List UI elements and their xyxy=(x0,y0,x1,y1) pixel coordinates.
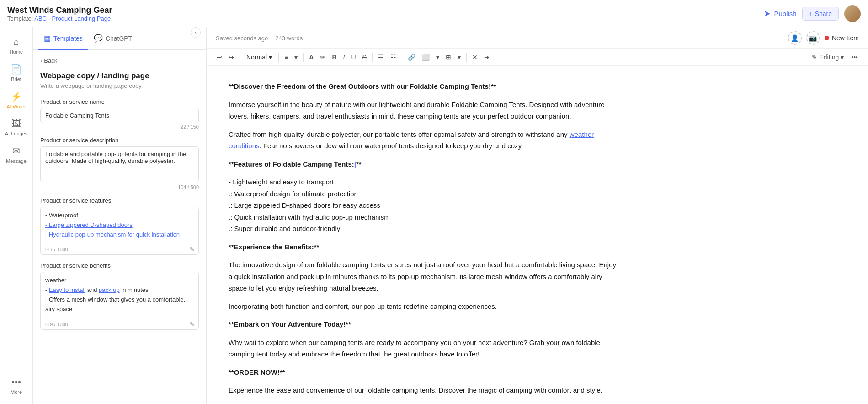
redo-button[interactable]: ↪ xyxy=(226,52,237,63)
undo-button[interactable]: ↩ xyxy=(214,52,225,63)
sidebar-item-message[interactable]: ✉ Message xyxy=(3,142,30,167)
product-benefits-content[interactable]: weather - Easy to install and pack up in… xyxy=(41,272,198,318)
text-color-button[interactable]: A xyxy=(306,52,316,63)
panel-tabs: ▦ Templates 💬 ChatGPT ‹ xyxy=(33,27,206,50)
template-info: Template: ABC - Product Landing Page xyxy=(7,15,112,22)
product-features-group: Product or service features - Waterproof… xyxy=(40,197,199,255)
ai-images-icon: 🖼 xyxy=(12,119,21,129)
share-icon: ↑ xyxy=(809,10,812,17)
table-button[interactable]: ⊞ xyxy=(443,52,454,63)
share-label: Share xyxy=(815,10,832,17)
link-button[interactable]: 🔗 xyxy=(405,52,418,63)
sidebar-item-ai-writer[interactable]: ⚡ AI Writer xyxy=(3,87,30,113)
more-options-button[interactable]: ••• xyxy=(848,52,861,63)
editing-chevron-icon: ▾ xyxy=(841,54,844,61)
style-select[interactable]: Normal ▾ xyxy=(243,52,276,63)
product-name-input[interactable] xyxy=(40,108,199,123)
topbar-actions: Publish ↑ Share xyxy=(764,5,861,22)
strikethrough-button[interactable]: S xyxy=(360,52,369,63)
editor-content: **Discover the Freedom of the Great Outd… xyxy=(229,81,622,396)
editing-mode-button[interactable]: ✎ Editing ▾ xyxy=(808,52,847,63)
divider-4 xyxy=(372,53,373,62)
sidebar-item-label: AI Images xyxy=(5,131,28,136)
clear-format-button[interactable]: ✕ xyxy=(469,52,480,63)
order-now-text: **ORDER NOW!** xyxy=(229,368,285,376)
product-description-input[interactable]: Foldable and portable pop-up tents for c… xyxy=(40,146,199,182)
bold-button[interactable]: B xyxy=(329,52,339,63)
more-icon: ••• xyxy=(11,377,21,388)
publish-icon xyxy=(764,10,771,17)
product-name-group: Product or service name 22 / 150 xyxy=(40,98,199,129)
numbered-list-button[interactable]: ☷ xyxy=(388,52,399,63)
back-button[interactable]: ‹ Back xyxy=(40,57,199,64)
panel-collapse-button[interactable]: ‹ xyxy=(191,27,201,38)
sidebar-icons: ⌂ Home 📄 Brief ⚡ AI Writer 🖼 AI Images ✉… xyxy=(0,27,33,404)
indent-button[interactable]: ⇥ xyxy=(481,52,492,63)
editor-para: **Discover the Freedom of the Great Outd… xyxy=(229,81,622,92)
product-benefits-field: weather - Easy to install and pack up in… xyxy=(40,272,199,329)
product-features-label: Product or service features xyxy=(40,197,199,204)
doc-meta-left: Saved seconds ago 243 words xyxy=(216,35,303,42)
back-label: Back xyxy=(44,57,57,64)
weather-link[interactable]: weather conditions xyxy=(229,130,594,150)
pencil-icon: ✎ xyxy=(812,54,817,61)
image-button[interactable]: ⬜ xyxy=(419,52,432,63)
align-chevron-button[interactable]: ▾ xyxy=(292,52,300,63)
svg-marker-0 xyxy=(765,11,770,16)
benefits-edit-icon[interactable]: ✎ xyxy=(189,320,195,328)
bold-text: **Discover the Freedom of the Great Outd… xyxy=(229,82,496,90)
sidebar-item-label: More xyxy=(11,389,22,395)
product-description-group: Product or service description Foldable … xyxy=(40,137,199,190)
style-label: Normal xyxy=(246,54,267,61)
editor-para: Immerse yourself in the beauty of nature… xyxy=(229,99,622,122)
sidebar-item-label: Home xyxy=(10,49,23,54)
align-button[interactable]: ≡ xyxy=(282,52,291,63)
sidebar-item-more[interactable]: ••• More xyxy=(3,373,30,399)
editor-para: **Experience the Benefits:** xyxy=(229,241,622,253)
new-item-label: New Item xyxy=(832,34,859,42)
bullet-list-button[interactable]: ☰ xyxy=(375,52,387,63)
new-item-button[interactable]: New Item xyxy=(825,34,859,42)
tab-templates[interactable]: ▦ Templates xyxy=(38,27,88,50)
share-button[interactable]: ↑ Share xyxy=(802,7,839,21)
ai-writer-icon: ⚡ xyxy=(11,91,22,102)
highlight-button[interactable]: ✏ xyxy=(317,52,328,63)
editor-para: **Embark on Your Adventure Today!** xyxy=(229,318,622,330)
template-label: Template: xyxy=(7,15,33,22)
doc-saved-status: Saved seconds ago xyxy=(216,35,268,42)
editor-para: - Lightweight and easy to transport .: W… xyxy=(229,176,622,235)
product-benefits-label: Product or service benefits xyxy=(40,262,199,269)
template-link[interactable]: ABC - Product Landing Page xyxy=(34,15,111,22)
divider-5 xyxy=(402,53,402,62)
sidebar-item-ai-images[interactable]: 🖼 AI Images xyxy=(3,115,30,140)
sidebar-item-home[interactable]: ⌂ Home xyxy=(3,33,30,58)
editor-para: Crafted from high-quality, durable polye… xyxy=(229,129,622,152)
topbar-branding: West Winds Camping Gear Template: ABC - … xyxy=(7,5,112,22)
image-chevron-button[interactable]: ▾ xyxy=(433,52,442,63)
publish-button[interactable]: Publish xyxy=(764,10,796,17)
tab-chatgpt-label: ChatGPT xyxy=(106,35,132,42)
editor-para: Incorporating both function and comfort,… xyxy=(229,301,622,312)
italic-button[interactable]: I xyxy=(341,52,348,63)
left-panel: ▦ Templates 💬 ChatGPT ‹ ‹ Back Webpage c… xyxy=(33,27,207,404)
editor-area[interactable]: **Discover the Freedom of the Great Outd… xyxy=(207,66,868,404)
brief-icon: 📄 xyxy=(11,64,22,75)
collab-icon[interactable]: 👤 xyxy=(788,31,802,45)
media-icon[interactable]: 📷 xyxy=(806,31,820,45)
red-dot-indicator xyxy=(825,36,829,40)
style-chevron-icon: ▾ xyxy=(269,54,272,61)
product-benefits-group: Product or service benefits weather - Ea… xyxy=(40,262,199,329)
features-edit-icon[interactable]: ✎ xyxy=(189,245,195,253)
sidebar-item-brief[interactable]: 📄 Brief xyxy=(3,60,30,86)
editing-label: Editing xyxy=(819,54,839,61)
tab-chatgpt[interactable]: 💬 ChatGPT xyxy=(88,27,138,50)
product-features-content[interactable]: - Waterproof - Large zippered D-shaped d… xyxy=(41,207,198,243)
format-bar: ↩ ↪ Normal ▾ ≡ ▾ A ✏ B I U S ☰ ☷ 🔗 ⬜ ▾ ⊞ xyxy=(207,49,868,66)
avatar[interactable] xyxy=(844,5,861,22)
editor-para: **Features of Foldable Camping Tents:** xyxy=(229,158,622,170)
benefit-item: - Offers a mesh window that gives you a … xyxy=(45,295,194,314)
bold-text: **Features of Foldable Camping Tents:** xyxy=(229,160,362,168)
table-chevron-button[interactable]: ▾ xyxy=(455,52,463,63)
underline-button[interactable]: U xyxy=(348,52,358,63)
product-name-label: Product or service name xyxy=(40,98,199,105)
